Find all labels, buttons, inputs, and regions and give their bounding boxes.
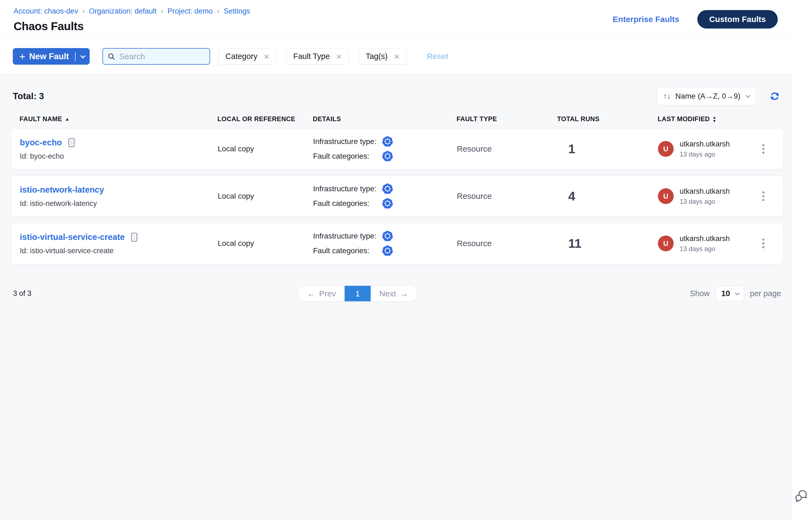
column-last-modified[interactable]: LAST MODIFIED ▲ ▼ [658, 115, 750, 123]
row-menu-kebab-icon[interactable] [760, 188, 767, 204]
details-cell: Infrastructure type: [313, 230, 457, 257]
kubernetes-icon [382, 230, 394, 242]
column-fault-name[interactable]: FAULT NAME ▲ [20, 115, 218, 123]
avatar: U [658, 188, 674, 204]
details-cell: Infrastructure type: [313, 135, 457, 162]
sort-both-icon: ▲ ▼ [713, 116, 716, 123]
infrastructure-type-label: Infrastructure type: [313, 184, 382, 193]
new-fault-label: New Fault [29, 52, 69, 61]
enterprise-faults-link[interactable]: Enterprise Faults [613, 15, 679, 24]
header-actions: Enterprise Faults Custom Faults [613, 10, 778, 28]
close-icon[interactable]: × [336, 52, 341, 61]
last-modified-cell: U utkarsh.utkarsh 13 days ago [658, 187, 750, 205]
total-runs-value: 1 [557, 141, 658, 156]
fault-name-link[interactable]: istio-virtual-service-create [20, 232, 125, 242]
fault-type-value: Resource [457, 191, 557, 201]
per-page-label: per page [750, 289, 781, 298]
fault-name-link[interactable]: byoc-echo [20, 138, 62, 148]
custom-faults-button[interactable]: Custom Faults [697, 10, 778, 28]
column-total-runs: TOTAL RUNS [557, 115, 658, 123]
infrastructure-type-label: Infrastructure type: [313, 137, 382, 146]
chevron-down-icon[interactable] [80, 53, 85, 58]
page-title: Chaos Faults [14, 20, 250, 33]
column-details-label: DETAILS [313, 115, 341, 123]
filter-fault-type[interactable]: Fault Type × [286, 48, 349, 64]
total-runs-value: 11 [557, 236, 658, 251]
sort-updown-icon: ↑↓ [663, 92, 671, 101]
column-local-or-reference-label: LOCAL OR REFERENCE [218, 115, 296, 123]
column-total-runs-label: TOTAL RUNS [557, 115, 600, 123]
page-header: Account: chaos-dev › Organization: defau… [0, 0, 792, 39]
copy-manifest-icon[interactable] [130, 232, 139, 243]
column-fault-name-label: FAULT NAME [20, 115, 62, 123]
new-fault-button[interactable]: + New Fault [13, 48, 90, 64]
fault-categories-label: Fault categories: [313, 246, 382, 255]
page-size-controls: Show 10 per page [664, 286, 781, 301]
breadcrumb-organization[interactable]: Organization: default [89, 7, 156, 16]
show-label: Show [690, 289, 710, 298]
table-row[interactable]: byoc-echo Id: byoc-echo Local copy [11, 128, 783, 170]
column-fault-type: FAULT TYPE [457, 115, 557, 123]
page-size-select[interactable]: 10 [715, 286, 744, 301]
app-root: Account: chaos-dev › Organization: defau… [0, 0, 812, 520]
chevron-down-icon [746, 93, 751, 98]
local-or-reference-value: Local copy [218, 145, 313, 153]
chat-bubbles-icon[interactable] [795, 490, 808, 503]
content-area: Total: 3 ↑↓ Name (A→Z, 0→9) [0, 74, 792, 520]
refresh-icon[interactable] [768, 90, 781, 102]
kubernetes-icon [382, 183, 394, 195]
kubernetes-icon [382, 198, 394, 209]
breadcrumb-account[interactable]: Account: chaos-dev [14, 7, 78, 16]
pagination: 3 of 3 ← Prev 1 Next → [11, 286, 783, 301]
header-left: Account: chaos-dev › Organization: defau… [14, 6, 250, 33]
total-count: Total: 3 [13, 91, 44, 101]
sort-ascending-icon: ▲ [65, 117, 70, 122]
search-input[interactable] [119, 52, 205, 61]
filter-category-label: Category [226, 52, 258, 61]
fault-cell: istio-network-latency Id: istio-network-… [20, 184, 218, 208]
filter-tags-label: Tag(s) [366, 52, 388, 61]
current-page-button[interactable]: 1 [345, 286, 371, 301]
prev-label: Prev [319, 289, 336, 298]
filter-pills: Category × Fault Type × Tag(s) × [218, 48, 407, 64]
breadcrumb-settings[interactable]: Settings [224, 7, 250, 16]
fault-cell: byoc-echo Id: byoc-echo [20, 137, 218, 161]
local-or-reference-value: Local copy [218, 192, 313, 201]
table-row[interactable]: istio-virtual-service-create Id: istio-v… [11, 223, 783, 264]
filter-category[interactable]: Category × [218, 48, 276, 64]
modified-at: 13 days ago [680, 245, 730, 253]
next-page-button[interactable]: Next → [371, 286, 417, 301]
filter-tags[interactable]: Tag(s) × [358, 48, 407, 64]
modified-by: utkarsh.utkarsh [680, 234, 730, 243]
avatar: U [658, 141, 674, 157]
column-details: DETAILS [313, 115, 457, 123]
list-head-controls: ↑↓ Name (A→Z, 0→9) [657, 87, 781, 105]
kubernetes-icon [382, 150, 394, 162]
sort-dropdown[interactable]: ↑↓ Name (A→Z, 0→9) [657, 87, 756, 105]
prev-page-button[interactable]: ← Prev [298, 286, 345, 301]
sort-up-icon: ▲ [713, 116, 716, 119]
filter-fault-type-label: Fault Type [293, 52, 330, 61]
table-header: FAULT NAME ▲ LOCAL OR REFERENCE DETAILS … [11, 115, 783, 123]
fault-name-link[interactable]: istio-network-latency [20, 185, 104, 195]
search-icon [107, 52, 116, 60]
row-menu-kebab-icon[interactable] [760, 236, 767, 251]
copy-manifest-icon[interactable] [67, 137, 76, 148]
search-box[interactable] [102, 48, 210, 64]
close-icon[interactable]: × [264, 52, 269, 61]
fault-id: Id: byoc-echo [20, 152, 218, 161]
right-strip [792, 0, 812, 520]
fault-list: byoc-echo Id: byoc-echo Local copy [11, 128, 783, 264]
close-icon[interactable]: × [394, 52, 399, 61]
breadcrumb-project[interactable]: Project: demo [168, 7, 213, 16]
row-menu-kebab-icon[interactable] [760, 141, 767, 156]
fault-type-value: Resource [457, 144, 557, 154]
fault-categories-label: Fault categories: [313, 199, 382, 208]
page-size-value: 10 [721, 289, 730, 298]
column-fault-type-label: FAULT TYPE [457, 115, 497, 123]
table-row[interactable]: istio-network-latency Id: istio-network-… [11, 176, 783, 217]
details-cell: Infrastructure type: [313, 183, 457, 209]
kubernetes-icon [382, 135, 394, 148]
reset-filters-link[interactable]: Reset [427, 52, 449, 61]
pager: ← Prev 1 Next → [298, 286, 416, 301]
